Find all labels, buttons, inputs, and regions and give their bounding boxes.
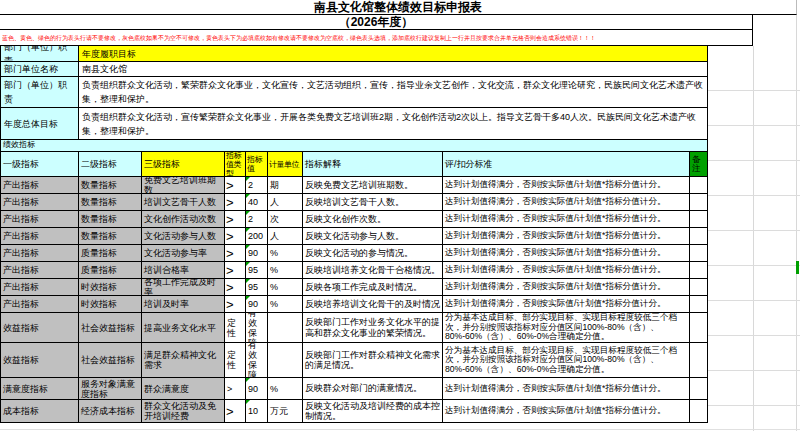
cell-scoring[interactable]: 达到计划值得满分，否则按实际值/计划值*指标分值计分。 (443, 262, 690, 279)
cell-remark[interactable] (690, 296, 708, 313)
cell-target-value[interactable]: 95 (246, 262, 268, 279)
cell-unit[interactable]: 人 (268, 228, 303, 245)
cell-scoring[interactable]: 达到计划值得满分，否则按实际值/计划值*指标分值计分。 (443, 279, 690, 296)
cell-unit[interactable] (268, 313, 303, 343)
cell-value-type[interactable]: 定性 (225, 343, 246, 378)
cell-value-type[interactable]: > (225, 194, 246, 211)
cell-level2[interactable]: 时效指标 (79, 296, 142, 313)
cell-level3[interactable]: 文化活动参与人数 (142, 228, 225, 245)
cell-unit[interactable]: % (268, 279, 303, 296)
cell-value-type[interactable]: > (225, 228, 246, 245)
cell-unit[interactable] (268, 343, 303, 378)
cell-unit[interactable]: 万元 (268, 400, 303, 423)
cell-remark[interactable] (690, 228, 708, 245)
cell-level3[interactable]: 培训合格率 (142, 262, 225, 279)
cell-scoring[interactable]: 达到计划值得满分，否则按实际值/计划值*指标分值计分。 (443, 211, 690, 228)
cell-explanation[interactable]: 反映文化创作次数。 (303, 211, 443, 228)
cell-unit[interactable]: % (268, 262, 303, 279)
cell-target-value[interactable]: 90 (246, 378, 268, 400)
cell-level2[interactable]: 数量指标 (79, 211, 142, 228)
cell-level1[interactable]: 产出指标 (1, 211, 79, 228)
cell-explanation[interactable]: 反映文化活动及培训经费的成本控制情况。 (303, 400, 443, 423)
cell-level2[interactable]: 社会效益指标 (79, 313, 142, 343)
cell-explanation[interactable]: 反映文化活动参与人数。 (303, 228, 443, 245)
cell-unit[interactable]: 人 (268, 194, 303, 211)
cell-explanation[interactable]: 反映培养培训文化骨干的及时情况 (303, 296, 443, 313)
cell-value-type[interactable]: > (225, 211, 246, 228)
cell-scoring[interactable]: 达到计划值得满分，否则按实际值/计划值*指标分值计分。 (443, 400, 690, 423)
cell-level2[interactable]: 服务对象满意度指标 (79, 378, 142, 400)
cell-level3[interactable]: 培训及时率 (142, 296, 225, 313)
cell-target-value[interactable]: 95 (246, 279, 268, 296)
cell-value-type[interactable]: > (225, 378, 246, 400)
cell-explanation[interactable]: 反映培训文艺骨干人数。 (303, 194, 443, 211)
cell-level3[interactable]: 群众满意度 (142, 378, 225, 400)
cell-value-type[interactable]: > (225, 279, 246, 296)
cell-level1[interactable]: 产出指标 (1, 296, 79, 313)
cell-remark[interactable] (690, 279, 708, 296)
cell-level3[interactable]: 文化创作活动次数 (142, 211, 225, 228)
cell-scoring[interactable]: 达到计划值得满分，否则按实际值/计划值*指标分值计分。 (443, 177, 690, 194)
cell-explanation[interactable]: 反映群众对部门的满意情况。 (303, 378, 443, 400)
cell-target-value[interactable]: 2 (246, 177, 268, 194)
cell-level2[interactable]: 经济成本指标 (79, 400, 142, 423)
cell-explanation[interactable]: 反映免费文艺培训班期数。 (303, 177, 443, 194)
cell-remark[interactable] (690, 177, 708, 194)
cell-level3[interactable]: 各项工作完成及时率 (142, 279, 225, 296)
cell-level2[interactable]: 质量指标 (79, 245, 142, 262)
cell-level2[interactable]: 质量指标 (79, 262, 142, 279)
cell-explanation[interactable]: 反映文化活动的参与情况。 (303, 245, 443, 262)
cell-unit[interactable]: % (268, 378, 303, 400)
cell-unit[interactable]: % (268, 245, 303, 262)
cell-remark[interactable] (690, 400, 708, 423)
cell-value-type[interactable]: > (225, 177, 246, 194)
cell-level3[interactable]: 群众文化活动及免开培训经费 (142, 400, 225, 423)
cell-target-value[interactable]: 有效保障 (246, 313, 268, 343)
cell-level1[interactable]: 产出指标 (1, 279, 79, 296)
cell-level3[interactable]: 培训文艺骨干人数 (142, 194, 225, 211)
cell-level2[interactable]: 数量指标 (79, 228, 142, 245)
cell-unit[interactable]: 次 (268, 211, 303, 228)
cell-target-value[interactable]: 有效保障 (246, 343, 268, 378)
cell-target-value[interactable]: 90 (246, 296, 268, 313)
cell-level3[interactable]: 满足群众精神文化需求 (142, 343, 225, 378)
cell-level2[interactable]: 时效指标 (79, 279, 142, 296)
cell-scoring[interactable]: 达到计划值得满分，否则按实际值/计划值*指标分值计分。 (443, 194, 690, 211)
cell-scoring[interactable]: 达到计划值得满分，否则按实际值/计划值*指标分值计分。 (443, 378, 690, 400)
cell-scoring[interactable]: 达到计划值得满分，否则按实际值/计划值*指标分值计分。 (443, 245, 690, 262)
cell-level1[interactable]: 满意度指标 (1, 378, 79, 400)
cell-target-value[interactable]: 40 (246, 194, 268, 211)
cell-explanation[interactable]: 反映部门工作对群众精神文化需求的满足情况。 (303, 343, 443, 378)
cell-level1[interactable]: 成本指标 (1, 400, 79, 423)
cell-unit[interactable]: % (268, 296, 303, 313)
cell-level1[interactable]: 产出指标 (1, 245, 79, 262)
cell-level2[interactable]: 数量指标 (79, 177, 142, 194)
cell-remark[interactable] (690, 343, 708, 378)
cell-explanation[interactable]: 反映各项工作完成及时情况。 (303, 279, 443, 296)
cell-value-type[interactable]: 定性 (225, 313, 246, 343)
cell-value-type[interactable]: > (225, 245, 246, 262)
cell-value-type[interactable]: > (225, 296, 246, 313)
cell-scoring[interactable]: 达到计划值得满分，否则按实际值/计划值*指标分值计分。 (443, 228, 690, 245)
dept-name-value[interactable]: 南县文化馆 (79, 62, 708, 77)
cell-level2[interactable]: 数量指标 (79, 194, 142, 211)
cell-level2[interactable]: 社会效益指标 (79, 343, 142, 378)
cell-level1[interactable]: 产出指标 (1, 262, 79, 279)
cell-scoring[interactable]: 达到计划值得满分，否则按实际值/计划值*指标分值计分。 (443, 296, 690, 313)
dept-duty-value[interactable]: 负责组织群众文化活动，繁荣群众文化事业，文化宣传，文艺活动组织，宣传，指导业余文… (79, 77, 708, 108)
cell-target-value[interactable]: 200 (246, 228, 268, 245)
cell-unit[interactable]: 期 (268, 177, 303, 194)
cell-scoring[interactable]: 分为基本达成目标、部分实现目标、实现目标程度较低三个档次，并分别按照该指标对应分… (443, 313, 690, 343)
cell-level3[interactable]: 提高业务文化水平 (142, 313, 225, 343)
cell-remark[interactable] (690, 194, 708, 211)
cell-target-value[interactable]: 90 (246, 245, 268, 262)
cell-level1[interactable]: 效益指标 (1, 313, 79, 343)
cell-remark[interactable] (690, 378, 708, 400)
annual-goal-value[interactable]: 负责组织群众文化活动，宣传繁荣群众文化事业，开展各类免费文艺培训班2期，文化创作… (79, 108, 708, 140)
cell-level3[interactable]: 文化活动参与率 (142, 245, 225, 262)
cell-remark[interactable] (690, 313, 708, 343)
cell-remark[interactable] (690, 262, 708, 279)
cell-remark[interactable] (690, 245, 708, 262)
cell-target-value[interactable]: 10 (246, 400, 268, 423)
cell-explanation[interactable]: 反映部门工作对业务文化水平的提高和群众文化事业的繁荣情况。 (303, 313, 443, 343)
